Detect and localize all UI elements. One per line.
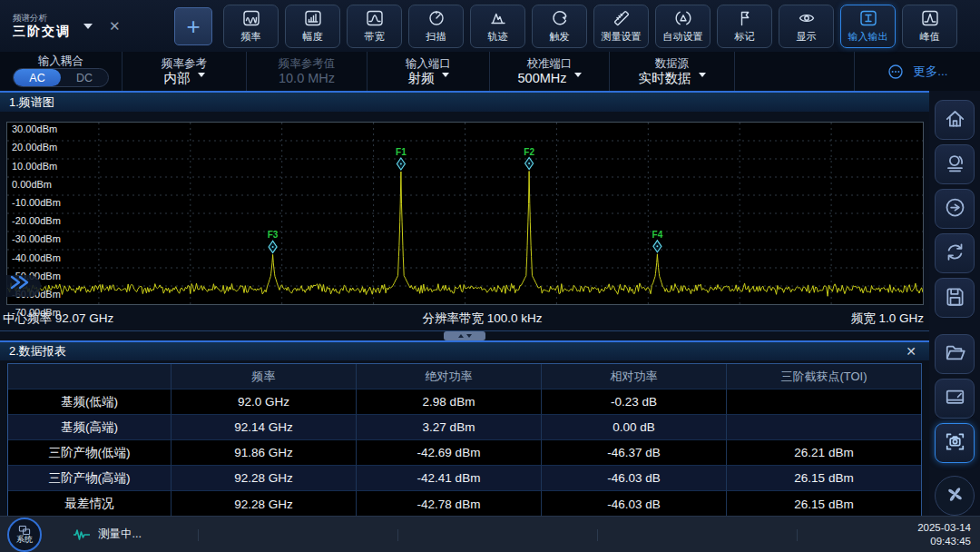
setting-more[interactable]: 更多... bbox=[855, 52, 980, 91]
toolbar-button-auto-setup[interactable]: 自动设置 bbox=[655, 5, 710, 48]
continuous-icon bbox=[944, 241, 966, 267]
expand-panel-handle[interactable] bbox=[6, 275, 41, 297]
plot-footer: 中心频率 92.07 GHz 分辨率带宽 100.0 kHz 频宽 1.0 GH… bbox=[0, 305, 929, 330]
table-cell: 基频(高端) bbox=[8, 415, 172, 440]
input-coupling-option-dc[interactable]: DC bbox=[61, 69, 108, 86]
meas-setup-icon bbox=[612, 9, 631, 27]
right-sidebar bbox=[929, 91, 980, 516]
toolbar-button-io[interactable]: 输入输出 bbox=[840, 5, 896, 48]
toolbar-button-display[interactable]: 显示 bbox=[779, 5, 834, 48]
sidebar-button-open[interactable] bbox=[935, 334, 975, 374]
table-header-cell: 绝对功率 bbox=[357, 364, 542, 389]
setting-value[interactable]: 500MHz bbox=[518, 72, 582, 85]
table-cell: -42.78 dBm bbox=[357, 491, 542, 517]
setting-value[interactable]: 射频 bbox=[408, 72, 449, 85]
top-toolbar: 频谱分析 三阶交调 ✕ + 频率幅度带宽扫描轨迹触发测量设置自动设置标记显示输入… bbox=[0, 0, 980, 52]
statusbar-separator bbox=[797, 529, 798, 541]
table-cell: 基频(低端) bbox=[8, 389, 172, 415]
table-cell: 最差情况 bbox=[8, 491, 172, 517]
setting-freq-reference-value: 频率参考值10.0 MHz bbox=[247, 52, 368, 91]
spectrum-plot: F3F1F2F4 30.00dBm20.00dBm10.00dBm0.00dBm… bbox=[6, 122, 924, 305]
table-cell: 26.21 dBm bbox=[727, 440, 921, 466]
marker-F2[interactable]: F2 bbox=[524, 147, 534, 170]
setting-freq-reference[interactable]: 频率参考内部 bbox=[122, 52, 247, 91]
toolbar-button-amplitude[interactable]: 幅度 bbox=[285, 5, 340, 48]
rbw-readout: 分辨率带宽 100.0 kHz bbox=[422, 310, 542, 327]
table-cell: 92.0 GHz bbox=[172, 389, 357, 415]
toolbar-button-bandwidth[interactable]: 带宽 bbox=[347, 5, 402, 48]
table-cell: -42.69 dBm bbox=[357, 440, 542, 466]
input-coupling-option-ac[interactable]: AC bbox=[14, 69, 61, 86]
table-header-cell: 三阶截获点(TOI) bbox=[727, 364, 921, 389]
splitter-handle[interactable] bbox=[444, 331, 485, 340]
measurement-selector[interactable]: 频谱分析 三阶交调 ✕ bbox=[13, 13, 169, 39]
sidebar-button-multiview[interactable] bbox=[935, 476, 975, 516]
input-coupling-toggle: ACDC bbox=[13, 68, 109, 87]
system-button[interactable]: 系统 bbox=[7, 518, 42, 552]
peak-icon bbox=[921, 9, 939, 27]
setting-data-source[interactable]: 数据源实时数据 bbox=[610, 52, 735, 91]
toolbar-button-trigger[interactable]: 触发 bbox=[532, 5, 587, 48]
toolbar-button-label: 峰值 bbox=[920, 30, 940, 44]
measurement-mode: 频谱分析 三阶交调 bbox=[13, 13, 71, 39]
content-column: 1.频谱图 F3F1F2F4 30.00dBm20.00dBm10.00dBm0… bbox=[0, 91, 929, 516]
io-icon bbox=[859, 9, 877, 27]
preset-icon bbox=[944, 152, 966, 178]
table-cell: 26.15 dBm bbox=[727, 466, 921, 491]
amplitude-icon bbox=[304, 9, 322, 27]
toolbar-button-marker[interactable]: 标记 bbox=[717, 5, 772, 48]
more-button-label: 更多... bbox=[913, 64, 947, 80]
system-button-label: 系统 bbox=[16, 536, 33, 544]
table-cell: 26.15 dBm bbox=[727, 491, 921, 517]
add-measurement-button[interactable]: + bbox=[174, 7, 212, 45]
sidebar-button-continuous[interactable] bbox=[935, 233, 975, 273]
sidebar-button-screenshot[interactable] bbox=[935, 423, 975, 463]
setting-input-port[interactable]: 输入端口射频 bbox=[368, 52, 490, 91]
setting-value[interactable]: 实时数据 bbox=[639, 72, 706, 85]
toolbar-button-label: 自动设置 bbox=[663, 30, 703, 44]
marker-icon bbox=[736, 9, 754, 27]
time-text: 09:43:45 bbox=[917, 535, 971, 548]
double-chevron-right-icon bbox=[8, 275, 32, 290]
spectrum-panel: 1.频谱图 F3F1F2F4 30.00dBm20.00dBm10.00dBm0… bbox=[0, 91, 929, 330]
toolbar-button-sweep[interactable]: 扫描 bbox=[408, 5, 464, 48]
close-measurement-button[interactable]: ✕ bbox=[109, 18, 121, 34]
toolbar-button-label: 触发 bbox=[550, 30, 570, 44]
table-header-cell bbox=[8, 364, 172, 389]
sidebar-button-single[interactable] bbox=[935, 189, 975, 229]
open-icon bbox=[944, 341, 966, 368]
toolbar-button-peak[interactable]: 峰值 bbox=[902, 5, 957, 48]
table-cell: -42.41 dBm bbox=[357, 466, 542, 491]
setting-input-coupling: 输入耦合ACDC bbox=[0, 52, 122, 91]
chevron-down-icon[interactable] bbox=[83, 24, 93, 29]
table-cell: -46.03 dB bbox=[542, 491, 727, 517]
setting-cal-port[interactable]: 校准端口500MHz bbox=[490, 52, 610, 91]
toolbar-button-trace[interactable]: 轨迹 bbox=[470, 5, 525, 48]
setting-spacer bbox=[735, 52, 855, 91]
toolbar-button-label: 扫描 bbox=[426, 30, 446, 44]
panel-splitter bbox=[0, 330, 929, 340]
report-panel: 2.数据报表 ✕ 频率绝对功率相对功率三阶截获点(TOI)基频(低端)92.0 … bbox=[0, 340, 929, 518]
toolbar-button-label: 带宽 bbox=[365, 30, 385, 44]
chevron-down-icon bbox=[699, 73, 706, 77]
setting-label: 输入耦合 bbox=[38, 55, 83, 67]
sidebar-button-window[interactable] bbox=[935, 379, 975, 419]
toolbar-button-label: 频率 bbox=[241, 30, 261, 44]
setting-label: 数据源 bbox=[655, 58, 690, 70]
measurement-name: 三阶交调 bbox=[13, 24, 71, 40]
svg-text:F1: F1 bbox=[396, 147, 407, 157]
status-text: 测量中... bbox=[98, 527, 142, 542]
toolbar-button-label: 幅度 bbox=[303, 30, 323, 44]
sidebar-button-save[interactable] bbox=[935, 278, 975, 318]
sidebar-button-home[interactable] bbox=[935, 100, 975, 140]
table-header-cell: 频率 bbox=[172, 364, 357, 389]
sidebar-button-preset[interactable] bbox=[935, 144, 975, 184]
setting-label: 频率参考值 bbox=[279, 58, 336, 70]
close-report-button[interactable]: ✕ bbox=[906, 344, 920, 359]
toolbar-button-meas-setup[interactable]: 测量设置 bbox=[593, 5, 649, 48]
home-icon bbox=[944, 107, 966, 133]
marker-F4[interactable]: F4 bbox=[652, 230, 663, 252]
toolbar-button-freq[interactable]: 频率 bbox=[223, 5, 279, 48]
setting-value[interactable]: 内部 bbox=[164, 72, 205, 85]
setting-label: 校准端口 bbox=[527, 58, 573, 70]
